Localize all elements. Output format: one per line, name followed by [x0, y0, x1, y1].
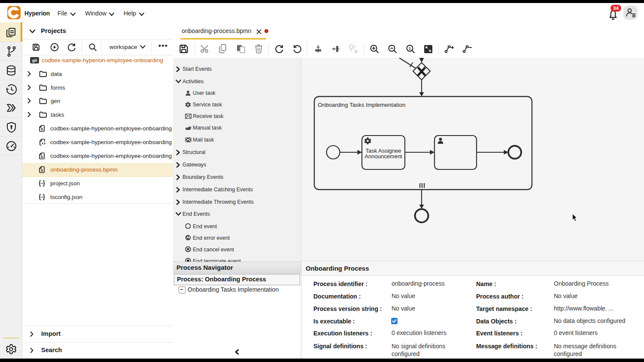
svg-text:Onboarding Tasks Implementatio: Onboarding Tasks Implementation — [318, 102, 406, 108]
svg-text:1: 1 — [409, 46, 411, 51]
svg-text:Announcement: Announcement — [365, 153, 402, 160]
